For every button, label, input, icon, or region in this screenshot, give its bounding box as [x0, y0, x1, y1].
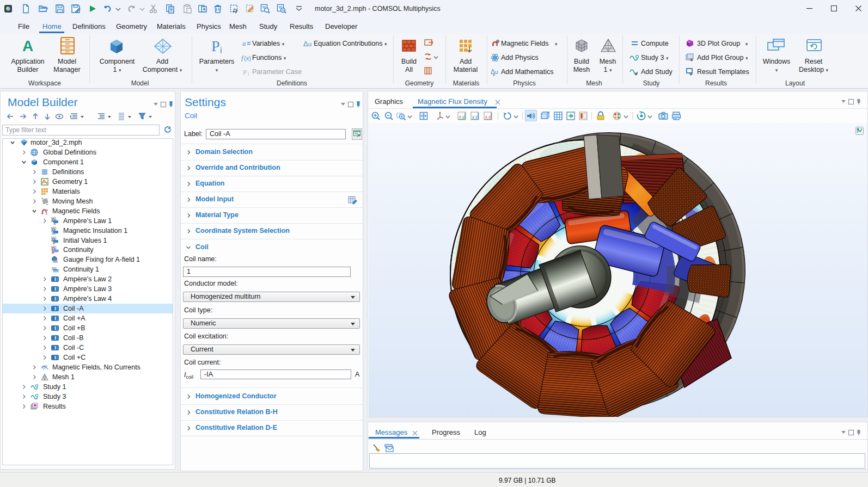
- svg-text:DC: DC: [52, 232, 56, 235]
- svg-text:P: P: [211, 38, 220, 54]
- svg-text:Δ: Δ: [491, 68, 495, 76]
- svg-text:(x): (x): [244, 55, 251, 61]
- svg-text:y: y: [472, 114, 474, 119]
- svg-text:A: A: [22, 38, 33, 54]
- svg-text:i: i: [248, 71, 249, 76]
- svg-text:u: u: [495, 69, 498, 75]
- svg-text:P: P: [243, 68, 247, 76]
- svg-text:i: i: [220, 46, 222, 54]
- svg-text:Δ: Δ: [303, 40, 308, 47]
- svg-text:x: x: [485, 114, 487, 119]
- svg-text:z: z: [475, 114, 478, 119]
- svg-text:x: x: [459, 114, 461, 119]
- svg-text:a: a: [242, 40, 246, 47]
- svg-text:y: y: [462, 114, 464, 119]
- svg-text:DD: DD: [54, 270, 58, 273]
- svg-text:u: u: [308, 41, 311, 47]
- svg-text:z: z: [488, 114, 491, 119]
